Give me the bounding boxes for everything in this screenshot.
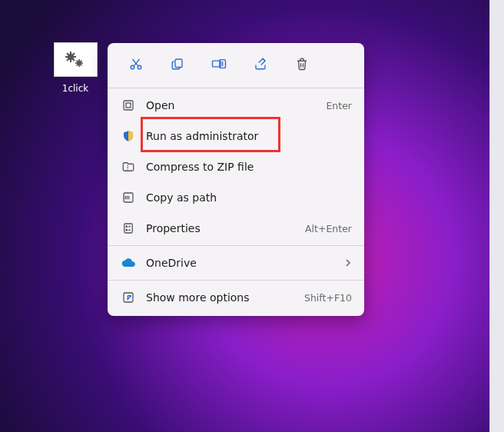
separator: [108, 88, 364, 88]
delete-icon[interactable]: [290, 52, 313, 75]
separator: [108, 245, 364, 246]
desktop-icon-1click[interactable]: 1click: [48, 42, 102, 94]
svg-point-11: [138, 65, 141, 69]
quick-actions-row: [108, 48, 364, 86]
menu-item-zip[interactable]: Compress to ZIP file: [108, 151, 364, 182]
menu-item-run-admin[interactable]: Run as administrator: [108, 121, 364, 151]
menu-item-label: Open: [146, 99, 326, 111]
props-icon: [120, 220, 137, 237]
chevron-right-icon: [338, 257, 352, 269]
menu-item-label: Compress to ZIP file: [146, 161, 352, 173]
menu-item-onedrive[interactable]: OneDrive: [108, 248, 364, 278]
svg-rect-30: [124, 293, 133, 302]
menu-item-shortcut: Alt+Enter: [305, 223, 352, 234]
svg-point-26: [126, 226, 128, 228]
menu-item-open[interactable]: Open Enter: [108, 90, 364, 121]
svg-rect-19: [126, 103, 131, 108]
menu-item-properties[interactable]: Properties Alt+Enter: [108, 213, 364, 244]
svg-point-27: [126, 230, 128, 231]
more-icon: [120, 289, 137, 306]
menu-item-label: Copy as path: [146, 191, 352, 204]
copy-icon[interactable]: [166, 52, 189, 75]
open-icon: [120, 97, 137, 114]
menu-item-shortcut: Enter: [326, 100, 352, 111]
desktop-icon-label: 1click: [48, 83, 102, 94]
file-icon: [54, 42, 98, 77]
menu-item-copy-path[interactable]: Copy as path: [108, 182, 364, 213]
rename-icon[interactable]: [207, 52, 230, 75]
onedrive-icon: [120, 254, 137, 271]
context-menu: Open Enter Run as administrator Compress…: [108, 43, 364, 316]
menu-item-label: Properties: [146, 222, 305, 234]
menu-item-shortcut: Shift+F10: [304, 292, 352, 304]
copypath-icon: [120, 189, 137, 206]
svg-rect-25: [124, 224, 133, 233]
svg-point-10: [131, 65, 134, 69]
cut-icon[interactable]: [124, 52, 148, 75]
svg-rect-18: [124, 101, 133, 110]
separator: [108, 280, 364, 281]
zip-icon: [120, 158, 137, 175]
shield-icon: [120, 128, 137, 145]
menu-item-label: OneDrive: [146, 257, 338, 269]
menu-item-label: Run as administrator: [146, 130, 352, 142]
menu-item-label: Show more options: [146, 291, 304, 304]
share-icon[interactable]: [249, 52, 272, 75]
menu-item-more-options[interactable]: Show more options Shift+F10: [108, 282, 364, 313]
svg-rect-12: [175, 59, 182, 68]
